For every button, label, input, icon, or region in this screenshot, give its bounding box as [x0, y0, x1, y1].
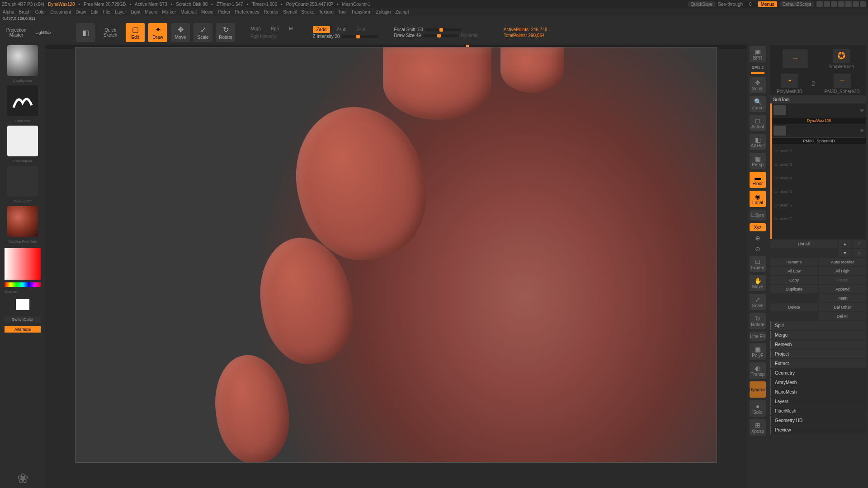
rotate-button[interactable]: ↻Rotate [216, 23, 235, 42]
xyz-button[interactable]: Xyz [750, 223, 766, 231]
autoreorder-button[interactable]: AutoReorder [819, 258, 866, 266]
menu-item[interactable]: Zplugin [376, 9, 391, 14]
scale-button[interactable]: ⤢Scale [193, 23, 212, 42]
draw-button[interactable]: ✦Draw [148, 23, 167, 42]
zoom-button[interactable]: 🔍Zoom [750, 96, 766, 112]
center-button[interactable]: ⊕ [750, 234, 766, 242]
subtool-item[interactable]: 👁 [772, 124, 866, 138]
window-btn[interactable] [831, 1, 837, 7]
menus-button[interactable]: Menus [758, 1, 777, 7]
actual-button[interactable]: ◻Actual [750, 115, 766, 131]
switchcolor-button[interactable]: SwitchColor [5, 316, 41, 323]
project-section[interactable]: Project [770, 350, 866, 358]
window-btn[interactable] [838, 1, 844, 7]
alpha-thumb[interactable] [7, 126, 38, 156]
insert-button[interactable]: Insert [819, 294, 866, 302]
menu-item[interactable]: Macro [145, 9, 158, 14]
delall-button[interactable]: Del All [819, 312, 866, 320]
layers-section[interactable]: Layers [770, 397, 866, 406]
spix-label[interactable]: SPix 3 [752, 65, 764, 70]
m-button[interactable]: M [285, 25, 296, 32]
polyf-button[interactable]: ▦PolyF [750, 343, 766, 360]
window-btn[interactable] [816, 1, 823, 7]
fit-button[interactable]: ⊙ [750, 245, 766, 253]
sculpt-mesh[interactable] [75, 47, 717, 462]
close-icon[interactable] [860, 1, 866, 7]
menu-item[interactable]: Layer [115, 9, 126, 14]
copy-button[interactable]: Copy [770, 276, 818, 284]
projection-master-button[interactable]: ProjectionMaster [5, 28, 28, 38]
paste-button[interactable]: Paste [819, 276, 866, 284]
defaultscript-button[interactable]: DefaultZScript [780, 1, 814, 7]
stroke-thumb[interactable] [7, 85, 38, 116]
menu-item[interactable]: Alpha [3, 9, 14, 14]
aahalf-button[interactable]: ◧AAHalf [750, 134, 766, 150]
menu-item[interactable]: File [103, 9, 110, 14]
menu-item[interactable]: Stroke [301, 9, 314, 14]
subtool-item[interactable]: 👁 [772, 103, 866, 117]
gradient-label[interactable]: Gradient [5, 290, 41, 294]
split-section[interactable]: Split [770, 321, 866, 330]
menu-item[interactable]: Brush [19, 9, 31, 14]
move-nav-button[interactable]: ✋Move [750, 275, 766, 291]
menu-item[interactable]: Transform [351, 9, 371, 14]
zsub-button[interactable]: Zsub [333, 26, 350, 33]
move-down-icon[interactable]: ⇊ [853, 249, 866, 257]
menu-item[interactable]: Picker [218, 9, 231, 14]
move-button[interactable]: ✥Move [171, 23, 190, 42]
remesh-section[interactable]: Remesh [770, 340, 866, 349]
allhigh-button[interactable]: All High [819, 267, 866, 275]
xpose-button[interactable]: ⊞Xpose [750, 419, 766, 436]
floor-button[interactable]: ▬Floor [750, 172, 766, 188]
material-thumb[interactable] [7, 206, 38, 237]
dynamic-button[interactable]: Dynamic [750, 381, 766, 398]
menu-item[interactable]: Texture [319, 9, 334, 14]
color-picker[interactable] [5, 248, 41, 280]
bpr-button[interactable]: ▣BPR [750, 46, 766, 62]
rgb-intensity-slider[interactable]: Rgb Intensity [247, 33, 297, 40]
minimize-icon[interactable] [845, 1, 852, 7]
seethrough-value[interactable]: 0 [745, 2, 755, 7]
edit-button[interactable]: ▢Edit [126, 23, 145, 42]
fibermesh-section[interactable]: FiberMesh [770, 407, 866, 415]
linefill-button[interactable]: Line Fill [750, 332, 766, 341]
scroll-button[interactable]: ✥Scroll [750, 77, 766, 93]
focal-shift-slider[interactable]: Focal Shift -53 [394, 27, 423, 32]
delete-button[interactable]: Delete [770, 303, 818, 311]
lightbox-button[interactable]: LightBox [32, 30, 55, 35]
rotate-nav-button[interactable]: ↻Rotate [750, 313, 766, 329]
menu-item[interactable]: Tool [338, 9, 346, 14]
menu-item[interactable]: Color [35, 9, 46, 14]
zadd-button[interactable]: Zadd [313, 26, 330, 33]
z-intensity-slider[interactable]: Z Intensity 20 [313, 34, 340, 39]
alternate-button[interactable]: Alternate [5, 326, 41, 333]
geometryhd-section[interactable]: Geometry HD [770, 416, 866, 425]
frame-button[interactable]: ⊡Frame [750, 256, 766, 272]
menu-item[interactable]: Marker [162, 9, 176, 14]
draw-size-slider[interactable]: Draw Size 49 [394, 33, 421, 38]
menu-item[interactable]: Render [264, 9, 279, 14]
merge-section[interactable]: Merge [770, 331, 866, 339]
delother-button[interactable]: Del Other [819, 303, 866, 311]
solo-button[interactable]: ●Solo [750, 400, 766, 417]
arraymesh-section[interactable]: ArrayMesh [770, 378, 866, 387]
rename-button[interactable]: Rename [770, 258, 818, 266]
menu-item[interactable]: Movie [201, 9, 213, 14]
maximize-icon[interactable] [853, 1, 859, 7]
seethrough-label[interactable]: See-through [718, 2, 743, 7]
persp-button[interactable]: ▦Persp [750, 153, 766, 169]
duplicate-button[interactable]: Duplicate [770, 285, 818, 293]
texture-thumb[interactable] [7, 166, 38, 197]
menu-item[interactable]: Light [131, 9, 141, 14]
subtool-header[interactable]: SubTool [770, 96, 866, 103]
move-up-icon[interactable]: ⇈ [853, 240, 866, 248]
secondary-color-swatch[interactable] [16, 299, 29, 310]
menu-item[interactable]: Material [181, 9, 197, 14]
alllow-button[interactable]: All Low [770, 267, 818, 275]
menu-item[interactable]: Document [51, 9, 71, 14]
append-button[interactable]: Append [819, 285, 866, 293]
menu-item[interactable]: Stencil [283, 9, 297, 14]
nanomesh-section[interactable]: NanoMesh [770, 388, 866, 396]
arrow-up-icon[interactable]: ▲ [838, 240, 852, 248]
lsym-button[interactable]: L.Sym [750, 210, 766, 221]
